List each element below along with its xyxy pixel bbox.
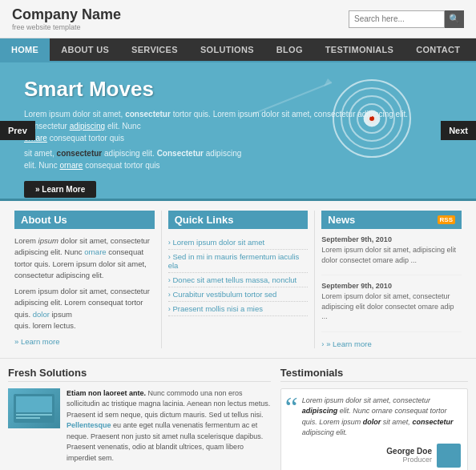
quote-mark: “ [285, 393, 298, 422]
list-item: Curabitur vestibulum tortor sed [168, 287, 309, 302]
author-title: Producer [386, 456, 432, 464]
tagline: free website template [12, 23, 121, 31]
main-nav: HOME ABOUT US SERVICES SOLUTIONS BLOG TE… [0, 38, 476, 61]
three-columns: About Us Lorem ipsum dolor sit amet, con… [0, 201, 476, 358]
fresh-image [8, 388, 60, 428]
about-learn-more[interactable]: » Learn more [14, 337, 60, 346]
search-button[interactable]: 🔍 [445, 10, 464, 28]
author-name: George Doe [386, 447, 432, 456]
company-name: Company Name [12, 6, 121, 23]
testimonial-author: George Doe Producer [302, 444, 461, 468]
nav-solutions[interactable]: SOLUTIONS [189, 38, 265, 61]
testimonial-quote: Lorem ipsum dolor sit amet, consectetur … [302, 396, 461, 439]
list-item: Sed in mi in mauris fermentum iaculis el… [168, 250, 309, 273]
quicklinks-title: Quick Links [168, 211, 309, 229]
news-body-2: Lorem ipsum dolor sit amet, consectetur … [321, 291, 462, 322]
bottom-section: Fresh Solutions Etiam non laoreet ante. … [0, 358, 476, 470]
list-item: Donec sit amet tellus massa, nonclut [168, 273, 309, 287]
prev-button[interactable]: Prev [0, 121, 35, 140]
about-body1: Lorem ipsum dolor sit amet, consectetur … [14, 235, 155, 281]
list-item: Lorem ipsum dolor sit amet [168, 235, 309, 250]
hero-body1: Lorem ipsum dolor sit amet, consectetur … [24, 108, 420, 144]
hero-content: Smart Moves Lorem ipsum dolor sit amet, … [0, 62, 476, 201]
news-learn-more[interactable]: » Learn more [321, 339, 371, 348]
avatar [437, 444, 461, 468]
nav-contact[interactable]: CONTACT [405, 38, 471, 61]
hero-body2: sit amet, consectetur adipiscing elit. C… [24, 147, 420, 171]
rss-icon: RSS [438, 215, 455, 224]
testimonials-title: Testimonials [280, 367, 468, 382]
next-button[interactable]: Next [441, 121, 476, 140]
nav-home[interactable]: HOME [0, 38, 50, 61]
testimonials-section: Testimonials “ Lorem ipsum dolor sit ame… [280, 367, 468, 470]
header: Company Name free website template 🔍 [0, 0, 476, 38]
quicklinks-column: Quick Links Lorem ipsum dolor sit amet S… [162, 211, 316, 348]
svg-rect-12 [16, 417, 40, 419]
news-date-2: September 9th, 2010 [321, 282, 462, 290]
svg-rect-11 [16, 414, 52, 416]
fresh-solutions: Fresh Solutions Etiam non laoreet ante. … [8, 367, 271, 470]
news-body-1: Lorem ipsum dolor sit amet, adipiscing e… [321, 245, 462, 265]
nav-services[interactable]: SERVICES [120, 38, 189, 61]
list-item: Praesent mollis nisi a mies [168, 302, 309, 316]
about-title: About Us [14, 211, 155, 229]
learn-more-button[interactable]: » Learn More [24, 181, 96, 198]
fresh-text: Etiam non laoreet ante. Nunc commodo una… [67, 388, 271, 464]
about-column: About Us Lorem ipsum dolor sit amet, con… [8, 211, 162, 348]
nav-about[interactable]: ABOUT US [50, 38, 120, 61]
svg-rect-10 [16, 396, 52, 412]
hero-slider: Prev Smart Moves Lorem ipsum dolor sit a… [0, 61, 476, 201]
quicklinks-list: Lorem ipsum dolor sit amet Sed in mi in … [168, 235, 309, 316]
search-bar: 🔍 [349, 10, 464, 28]
search-input[interactable] [349, 10, 445, 28]
nav-blog[interactable]: BLOG [265, 38, 314, 61]
hero-title: Smart Moves [24, 77, 420, 102]
news-title: News RSS [321, 211, 462, 229]
news-item-1: September 9th, 2010 Lorem ipsum dolor si… [321, 235, 462, 275]
news-item-2: September 9th, 2010 Lorem ipsum dolor si… [321, 282, 462, 332]
logo-area: Company Name free website template [12, 6, 121, 31]
testimonial-box: “ Lorem ipsum dolor sit amet, consectetu… [280, 388, 468, 470]
fresh-title: Fresh Solutions [8, 367, 271, 382]
news-column: News RSS September 9th, 2010 Lorem ipsum… [315, 211, 468, 348]
fresh-inner: Etiam non laoreet ante. Nunc commodo una… [8, 388, 271, 464]
nav-testimonials[interactable]: TESTIMONIALS [314, 38, 405, 61]
news-date-1: September 9th, 2010 [321, 235, 462, 243]
about-body2: Lorem ipsum dolor sit amet, consectetur … [14, 286, 155, 331]
author-info: George Doe Producer [386, 447, 432, 464]
